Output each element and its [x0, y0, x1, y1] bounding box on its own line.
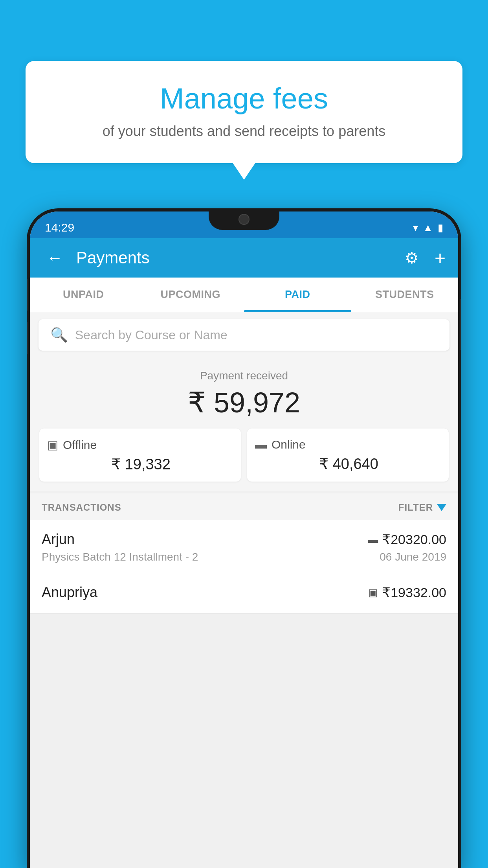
status-icons: ▾ ▲ ▮	[413, 222, 443, 234]
back-button[interactable]: ←	[42, 245, 67, 271]
header-title: Payments	[76, 248, 395, 267]
speech-bubble: Manage fees of your students and send re…	[26, 61, 462, 163]
transaction-name: Arjun	[42, 531, 75, 548]
search-input[interactable]: Search by Course or Name	[75, 328, 227, 342]
offline-card: ▣ Offline ₹ 19,332	[39, 428, 241, 482]
payment-total-amount: ₹ 59,972	[38, 386, 450, 419]
filter-triangle-icon	[437, 504, 446, 511]
speech-bubble-container: Manage fees of your students and send re…	[26, 61, 462, 163]
transaction-row[interactable]: Arjun ▬ ₹20320.00 Physics Batch 12 Insta…	[30, 520, 458, 573]
front-camera	[238, 214, 250, 225]
filter-label: FILTER	[398, 502, 433, 513]
power-button	[460, 299, 461, 350]
online-payment-badge-icon: ▬	[368, 533, 378, 546]
transactions-label: TRANSACTIONS	[42, 502, 121, 513]
online-card-header: ▬ Online	[255, 438, 441, 451]
tabs-bar: UNPAID UPCOMING PAID STUDENTS	[30, 278, 458, 312]
filter-button[interactable]: FILTER	[398, 502, 446, 513]
signal-icon: ▲	[423, 222, 433, 234]
transaction-amount: ₹19332.00	[382, 585, 446, 600]
phone-frame: 14:29 ▾ ▲ ▮ ← Payments ⚙ + UNPAID UPCOMI…	[27, 208, 461, 868]
transaction-top: Anupriya ▣ ₹19332.00	[42, 584, 446, 601]
bubble-subtitle: of your students and send receipts to pa…	[49, 123, 439, 140]
transaction-amount-wrap: ▬ ₹20320.00	[368, 531, 446, 547]
offline-amount: ₹ 19,332	[47, 456, 233, 473]
transaction-bottom: Physics Batch 12 Installment - 2 06 June…	[42, 551, 446, 563]
online-amount: ₹ 40,640	[255, 455, 441, 473]
volume-down-button	[27, 322, 28, 354]
offline-payment-badge-icon: ▣	[368, 587, 378, 599]
phone-screen: 14:29 ▾ ▲ ▮ ← Payments ⚙ + UNPAID UPCOMI…	[30, 211, 458, 868]
search-container: 🔍 Search by Course or Name	[30, 312, 458, 358]
battery-icon: ▮	[438, 222, 443, 234]
online-payment-icon: ▬	[255, 438, 267, 451]
payment-cards: ▣ Offline ₹ 19,332 ▬ Online ₹ 40,640	[38, 428, 450, 482]
search-bar[interactable]: 🔍 Search by Course or Name	[39, 319, 449, 351]
transaction-amount-wrap: ▣ ₹19332.00	[368, 585, 446, 600]
volume-up-button	[27, 279, 28, 311]
transaction-date: 06 June 2019	[380, 551, 446, 563]
wifi-icon: ▾	[413, 222, 418, 234]
online-label: Online	[272, 438, 306, 451]
transaction-description: Physics Batch 12 Installment - 2	[42, 551, 198, 563]
search-icon: 🔍	[50, 327, 68, 343]
online-card: ▬ Online ₹ 40,640	[247, 428, 449, 482]
tab-paid[interactable]: PAID	[244, 278, 351, 312]
status-time: 14:29	[45, 221, 74, 234]
payment-received-label: Payment received	[38, 370, 450, 382]
transaction-name: Anupriya	[42, 584, 97, 601]
phone-notch	[209, 208, 279, 230]
offline-card-header: ▣ Offline	[47, 438, 233, 452]
transaction-row[interactable]: Anupriya ▣ ₹19332.00	[30, 573, 458, 614]
settings-icon[interactable]: ⚙	[405, 249, 419, 267]
transaction-amount: ₹20320.00	[382, 531, 446, 547]
offline-label: Offline	[63, 438, 97, 452]
add-button[interactable]: +	[435, 247, 446, 269]
transaction-top: Arjun ▬ ₹20320.00	[42, 531, 446, 548]
transactions-header: TRANSACTIONS FILTER	[30, 493, 458, 520]
app-header: ← Payments ⚙ +	[30, 238, 458, 278]
bubble-title: Manage fees	[49, 83, 439, 114]
payment-section: Payment received ₹ 59,972 ▣ Offline ₹ 19…	[30, 358, 458, 491]
tab-students[interactable]: STUDENTS	[351, 278, 459, 312]
tab-upcoming[interactable]: UPCOMING	[137, 278, 244, 312]
offline-payment-icon: ▣	[47, 438, 58, 452]
tab-unpaid[interactable]: UNPAID	[30, 278, 137, 312]
